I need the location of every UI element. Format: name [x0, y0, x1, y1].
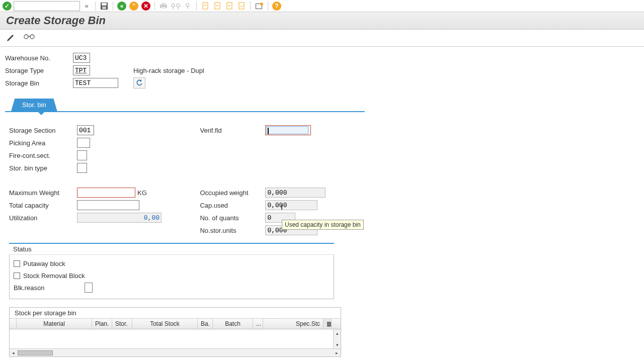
svg-rect-9: [239, 3, 244, 9]
blkreason-field[interactable]: [85, 283, 93, 293]
maxweight-field[interactable]: [77, 188, 135, 198]
next-page-icon[interactable]: [224, 1, 235, 12]
col-dots[interactable]: ...: [253, 319, 263, 329]
putaway-label: Putaway block: [23, 260, 65, 267]
storagetype-label: Storage Type: [5, 67, 73, 74]
grid-title: Stock per storage bin: [10, 308, 341, 319]
maxweight-unit: KG: [137, 189, 147, 197]
storagetype-field[interactable]: [73, 65, 90, 75]
col-specstc[interactable]: Spec.Stc: [263, 319, 324, 329]
storagetype-desc: High-rack storage - Dupl: [133, 67, 204, 74]
svg-point-13: [24, 35, 28, 39]
capused-field: [265, 200, 317, 210]
grid-body: ▴ ▾: [10, 329, 341, 348]
fire-field[interactable]: [77, 150, 87, 160]
warehouse-label: Warehouse No.: [5, 54, 73, 62]
removal-checkbox[interactable]: [14, 273, 20, 279]
capused-label: Cap.used: [200, 202, 265, 209]
occweight-label: Occupied weight: [200, 189, 265, 197]
vertical-scrollbar[interactable]: ▴ ▾: [333, 329, 341, 348]
refresh-icon[interactable]: [133, 77, 145, 88]
warehouse-field[interactable]: [73, 53, 90, 63]
grid-header: Material Plan. Stor. Total Stock Ba. Bat…: [10, 319, 341, 329]
col-totalstock[interactable]: Total Stock: [132, 319, 198, 329]
new-session-icon[interactable]: [254, 1, 265, 12]
first-page-icon[interactable]: [200, 1, 211, 12]
totalcap-label: Total capacity: [9, 202, 77, 209]
app-toolbar: [0, 30, 644, 47]
col-material[interactable]: Material: [17, 319, 92, 329]
status-title: Status: [9, 243, 334, 255]
verif-field-focus: [265, 125, 311, 135]
col-batch[interactable]: Batch: [213, 319, 253, 329]
totalcap-field[interactable]: [77, 200, 139, 210]
cancel-icon[interactable]: ✕: [140, 1, 151, 12]
tab-storbin[interactable]: Stor. bin: [11, 99, 57, 111]
maxweight-label: Maximum Weight: [9, 189, 77, 197]
col-config-icon[interactable]: ▦: [324, 319, 332, 329]
storagebin-label: Storage Bin: [5, 79, 73, 87]
blkreason-label: Blk.reason: [14, 284, 82, 292]
svg-rect-7: [215, 3, 220, 9]
verif-field[interactable]: [266, 126, 308, 134]
edit-icon[interactable]: [6, 33, 16, 43]
last-page-icon[interactable]: [236, 1, 247, 12]
page-title: Create Storage Bin: [0, 12, 644, 30]
storagebin-field[interactable]: [73, 78, 118, 88]
picking-area-field[interactable]: [77, 138, 90, 148]
storage-section-field[interactable]: [77, 125, 94, 135]
noquants-label: No. of quants: [200, 214, 265, 222]
system-toolbar: ✓ « « ⌃ ✕ ⚲⚲ ⚲ ?: [0, 0, 644, 12]
find-icon: ⚲⚲: [170, 1, 181, 12]
horizontal-scrollbar[interactable]: ◂ ▸: [10, 348, 341, 356]
col-plan[interactable]: Plan.: [92, 319, 112, 329]
content-area: Warehouse No. Storage Type High-rack sto…: [0, 47, 644, 362]
back-icon[interactable]: «: [116, 1, 127, 12]
picking-area-label: Picking Area: [9, 139, 77, 147]
svg-point-14: [30, 35, 34, 39]
svg-rect-2: [102, 7, 106, 9]
tooltip-capused: Used capacity in storage bin: [282, 220, 364, 230]
util-label: Utilization: [9, 214, 77, 222]
svg-rect-5: [162, 7, 166, 9]
svg-rect-8: [227, 3, 232, 9]
putaway-checkbox[interactable]: [14, 260, 20, 267]
dropdown-history-icon[interactable]: «: [81, 1, 92, 12]
help-icon[interactable]: ?: [271, 1, 282, 12]
col-stor[interactable]: Stor.: [112, 319, 132, 329]
stock-grid: Stock per storage bin Material Plan. Sto…: [9, 307, 341, 357]
bintype-field[interactable]: [77, 163, 87, 173]
verif-label: Verif.fld: [200, 127, 265, 134]
storage-section-label: Storage Section: [9, 127, 77, 134]
enter-button[interactable]: ✓: [2, 1, 13, 12]
svg-rect-4: [162, 3, 166, 5]
occweight-field: [265, 188, 326, 198]
removal-label: Stock Removal Block: [23, 272, 85, 280]
storunits-label: No.stor.units: [200, 227, 265, 234]
col-ba[interactable]: Ba.: [198, 319, 213, 329]
fire-label: Fire-cont.sect.: [9, 152, 77, 159]
command-field[interactable]: [14, 1, 80, 11]
glasses-icon[interactable]: [23, 33, 35, 43]
svg-point-12: [260, 3, 263, 6]
print-icon: [158, 1, 169, 12]
prev-page-icon[interactable]: [212, 1, 223, 12]
exit-icon[interactable]: ⌃: [128, 1, 139, 12]
bintype-label: Stor. bin type: [9, 164, 77, 172]
svg-rect-6: [203, 3, 208, 9]
save-icon[interactable]: [99, 1, 110, 12]
find-next-icon: ⚲: [182, 1, 193, 12]
status-group: Status Putaway block Stock Removal Block…: [9, 243, 334, 299]
svg-rect-1: [102, 3, 107, 6]
util-field: [77, 213, 162, 223]
